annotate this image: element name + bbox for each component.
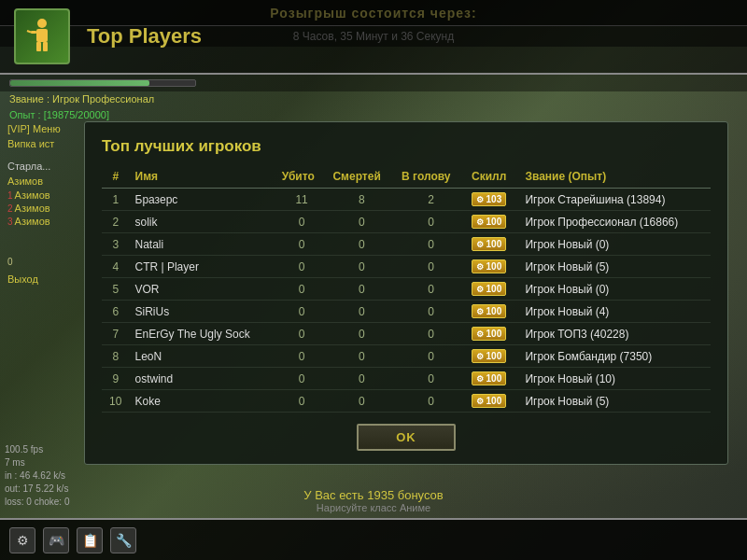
cell-skill: 100	[466, 323, 519, 345]
cell-name: ostwind	[130, 368, 276, 390]
skill-badge: 100	[472, 282, 506, 296]
cell-rank: Игрок Новый (5)	[519, 256, 711, 278]
cell-rank: Игрок Новый (0)	[519, 278, 711, 301]
bonus-text: У Вас есть 1935 бонусов	[303, 488, 443, 502]
cell-kills: 0	[276, 278, 328, 301]
left-sidebar: [VIP] Меню Випка ист Старла... Азимов 1 …	[0, 121, 75, 287]
cell-num: 3	[102, 233, 130, 256]
cell-name: SiRiUs	[130, 301, 276, 323]
dialog-title: Топ лучших игроков	[102, 137, 711, 156]
cell-kills: 0	[276, 256, 328, 278]
cell-headshots: 0	[396, 345, 466, 368]
cell-kills: 0	[276, 211, 328, 233]
table-row: 5 VOR 0 0 0 100 Игрок Новый (0)	[102, 278, 711, 301]
skill-badge: 100	[472, 327, 506, 341]
cell-deaths: 8	[327, 189, 396, 211]
loss-stat: loss: 0 choke: 0	[5, 496, 69, 509]
sidebar-item-1[interactable]: Азимов	[0, 174, 75, 189]
cell-kills: 0	[276, 301, 328, 323]
cell-num: 6	[102, 301, 130, 323]
cell-headshots: 0	[396, 323, 466, 345]
cell-num: 9	[102, 368, 130, 390]
table-row: 1 Бразерс 11 8 2 103 Игрок Старейшина (1…	[102, 189, 711, 211]
table-header: # Имя Убито Смертей В голову Скилл Звани…	[102, 167, 711, 189]
cell-name: Бразерс	[130, 189, 276, 211]
cell-kills: 11	[276, 189, 328, 211]
cell-num: 8	[102, 345, 130, 368]
col-kills: Убито	[276, 167, 328, 189]
cell-deaths: 0	[327, 211, 396, 233]
skill-badge: 100	[472, 349, 506, 363]
logo-box	[14, 8, 70, 64]
progress-bar-outer	[9, 79, 196, 87]
cell-deaths: 0	[327, 390, 396, 413]
sidebar-num-0: 0	[7, 257, 13, 267]
sidebar-buy-history[interactable]: Випка ист	[0, 136, 75, 151]
svg-rect-4	[36, 42, 41, 51]
cell-headshots: 0	[396, 368, 466, 390]
sidebar-item-2[interactable]: Азимов	[15, 189, 50, 201]
table-row: 7 EnErGy The Ugly Sock 0 0 0 100 Игрок Т…	[102, 323, 711, 345]
cell-skill: 100	[466, 211, 519, 233]
cell-deaths: 0	[327, 278, 396, 301]
cell-headshots: 0	[396, 390, 466, 413]
cell-name: solik	[130, 211, 276, 233]
toolbar-icon-3[interactable]: 📋	[77, 527, 103, 553]
cell-rank: Игрок ТОП3 (40228)	[519, 323, 711, 345]
cell-kills: 0	[276, 390, 328, 413]
cell-headshots: 0	[396, 211, 466, 233]
toolbar-icon-4[interactable]: 🔧	[110, 527, 136, 553]
cell-headshots: 0	[396, 301, 466, 323]
players-table: # Имя Убито Смертей В голову Скилл Звани…	[102, 167, 711, 413]
cell-num: 4	[102, 256, 130, 278]
cell-headshots: 0	[396, 256, 466, 278]
cell-kills: 0	[276, 233, 328, 256]
sidebar-num-1: 1	[7, 190, 13, 201]
cell-deaths: 0	[327, 256, 396, 278]
in-stat: in : 46 4.62 k/s	[5, 469, 69, 483]
bottom-stats: 100.5 fps 7 ms in : 46 4.62 k/s out: 17 …	[5, 443, 69, 509]
table-row: 8 LeoN 0 0 0 100 Игрок Бомбандир (7350)	[102, 345, 711, 368]
main-dialog: Топ лучших игроков # Имя Убито Смертей В…	[84, 121, 728, 465]
ms-stat: 7 ms	[5, 456, 69, 469]
cell-skill: 100	[466, 301, 519, 323]
col-headshots: В голову	[396, 167, 466, 189]
sidebar-item-4[interactable]: Азимов	[15, 216, 50, 227]
sidebar-vip-menu[interactable]: [VIP] Меню	[0, 121, 75, 136]
cell-rank: Игрок Новый (10)	[519, 368, 711, 390]
sidebar-num-2: 2	[7, 203, 13, 214]
cell-rank: Игрок Профессионал (16866)	[519, 211, 711, 233]
toolbar-icon-2[interactable]: 🎮	[43, 527, 69, 553]
skill-badge: 100	[472, 394, 506, 408]
cell-deaths: 0	[327, 301, 396, 323]
fps-stat: 100.5 fps	[5, 443, 69, 456]
table-row: 9 ostwind 0 0 0 100 Игрок Новый (10)	[102, 368, 711, 390]
ok-button[interactable]: OK	[357, 424, 456, 451]
cell-name: LeoN	[130, 345, 276, 368]
cell-deaths: 0	[327, 368, 396, 390]
cell-kills: 0	[276, 345, 328, 368]
cell-skill: 100	[466, 233, 519, 256]
cell-skill: 100	[466, 390, 519, 413]
sidebar-num-3: 3	[7, 217, 13, 227]
sidebar-exit[interactable]: Выход	[0, 272, 75, 287]
skill-badge: 100	[472, 304, 506, 318]
table-row: 6 SiRiUs 0 0 0 100 Игрок Новый (4)	[102, 301, 711, 323]
skill-badge: 103	[472, 192, 506, 206]
progress-bar-inner	[10, 80, 149, 86]
cell-rank: Игрок Старейшина (13894)	[519, 189, 711, 211]
sidebar-star[interactable]: Старла...	[0, 159, 75, 174]
col-deaths: Смертей	[327, 167, 396, 189]
table-row: 4 CTR | Player 0 0 0 100 Игрок Новый (5)	[102, 256, 711, 278]
svg-rect-1	[36, 29, 48, 42]
cell-rank: Игрок Бомбандир (7350)	[519, 345, 711, 368]
cell-rank: Игрок Новый (5)	[519, 390, 711, 413]
register-text: Нарисуйте класс Аниме	[303, 502, 443, 513]
cell-skill: 100	[466, 278, 519, 301]
cell-skill: 100	[466, 256, 519, 278]
sidebar-item-3[interactable]: Азимов	[15, 203, 50, 214]
cell-headshots: 2	[396, 189, 466, 211]
table-row: 2 solik 0 0 0 100 Игрок Профессионал (16…	[102, 211, 711, 233]
cell-num: 1	[102, 189, 130, 211]
toolbar-icon-1[interactable]: ⚙	[9, 527, 35, 553]
